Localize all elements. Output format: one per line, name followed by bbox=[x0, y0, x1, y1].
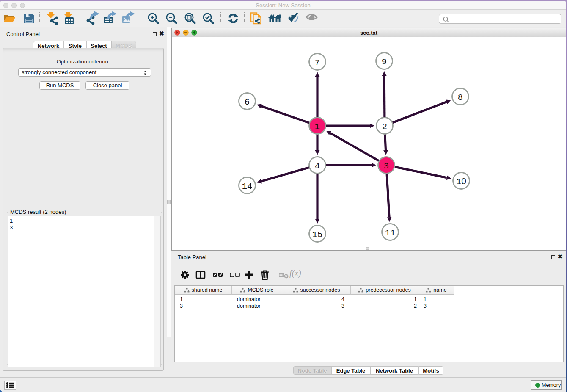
svg-text:1: 1 bbox=[315, 122, 320, 132]
svg-text:11: 11 bbox=[385, 228, 396, 238]
svg-text:14: 14 bbox=[242, 182, 253, 191]
svg-text:4: 4 bbox=[315, 161, 320, 171]
svg-text:6: 6 bbox=[245, 97, 250, 107]
svg-text:9: 9 bbox=[382, 57, 387, 67]
svg-text:10: 10 bbox=[456, 176, 466, 187]
svg-text:15: 15 bbox=[312, 230, 323, 240]
svg-text:7: 7 bbox=[315, 58, 320, 68]
svg-text:8: 8 bbox=[458, 93, 463, 102]
svg-text:2: 2 bbox=[382, 122, 387, 132]
svg-text:3: 3 bbox=[384, 161, 389, 171]
